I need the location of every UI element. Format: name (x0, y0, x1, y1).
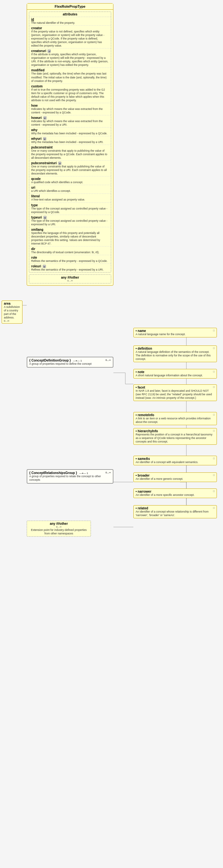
attr-creator-desc: If the property value is not defined, sp… (31, 30, 109, 48)
prop-narrower-label: • narrower □ (136, 490, 215, 493)
concept-definition-group-box: { ConceptDefinitionGroup } —●— 1 0...∞ A… (27, 357, 114, 368)
attr-how: how Indicates by which means the value w… (29, 103, 111, 115)
attr-pubconstrainturi-name: pubconstrainturi U (31, 161, 109, 165)
attr-uri-desc: a URI which identifies a concept. (31, 189, 109, 193)
attr-why-name: why (31, 128, 109, 132)
prop-definition-box: • definition □ A natural language defini… (133, 345, 217, 362)
attr-qcode-desc: A qualified code which identifies a conc… (31, 181, 109, 184)
concept-definition-group-title: { ConceptDefinitionGroup } —●— 1 0...∞ (29, 359, 111, 362)
attr-typeuri: typeuri U The type of the concept assign… (29, 215, 111, 227)
prop-name-box: • name □ A natural language name for the… (133, 328, 217, 337)
attr-whyuri: whyuri U Why the metadata has been inclu… (29, 136, 111, 145)
attr-type-desc: The type of the concept assigned as cont… (31, 207, 109, 214)
concept-relationships-group-title: { ConceptRelationshipsGroup } —●— 1 0...… (29, 471, 111, 475)
attr-modified: modified The date (and, optionally, the … (29, 68, 111, 84)
attr-id-desc: The natural identifier of the property. (31, 21, 109, 25)
attr-qcode: qcode A qualified code which identifies … (29, 177, 111, 185)
attr-custom: custom If set to true the corresponding … (29, 84, 111, 103)
prop-broader-box: • broader □ An identifier of a more gene… (133, 472, 217, 482)
prop-note-desc: A short natural language information abo… (136, 374, 215, 377)
prop-facet-label: • facet □ (136, 385, 215, 389)
any-other-bottom-cardinality: 0...∞ (29, 525, 89, 528)
attr-role: role Refines the semantics of the proper… (29, 255, 111, 264)
attr-literal: literal A free-text value assigned as pr… (29, 194, 111, 203)
prop-sameas-desc: An identifier of a concept with equivale… (136, 461, 215, 464)
prop-related-desc: An identifier of a concept whose relatio… (136, 510, 215, 517)
attr-id: id The natural identifier of the propert… (29, 17, 111, 26)
attr-dir-desc: The directionality of textual content (e… (31, 251, 109, 254)
any-other-bottom-label: any ##other (29, 522, 89, 525)
prop-narrower-desc: An identifier of a more specific ancesto… (136, 493, 215, 497)
attr-howuri: howuri U Indicates by which means the va… (29, 115, 111, 128)
attributes-title: attributes (29, 12, 111, 17)
area-box: area A subdivision of a country part of … (2, 301, 23, 323)
prop-note-label: • note □ (136, 370, 215, 374)
attr-pubconstrainturi: pubconstrainturi U One or many constrain… (29, 161, 111, 177)
diagram-container: FlexRolePropType attributes id The natur… (0, 0, 223, 868)
attr-howuri-desc: Indicates by which means the value was e… (31, 120, 109, 127)
attr-creatoruri-desc: If the attribute is empty, specifies whi… (31, 53, 109, 67)
attr-creatoruri-name: creatoruri U (31, 49, 109, 53)
attr-pubconstraint-desc: One or many constraints that apply to pu… (31, 149, 109, 160)
attr-creator: creator If the property value is not def… (29, 26, 111, 49)
attr-typeuri-desc: The type of the concept assigned as cont… (31, 219, 109, 226)
attr-literal-desc: A free-text value assigned as property v… (31, 198, 109, 202)
prop-name-label: • name □ (136, 329, 215, 333)
prop-facet-box: • facet □ In NAR 1.8 and later, facet is… (133, 384, 217, 401)
prop-name-desc: A natural language name for the concept. (136, 333, 215, 336)
any-other-main-label: any ##other (31, 276, 109, 279)
prop-broader-label: • broader □ (136, 474, 215, 477)
prop-note-box: • note □ A short natural language inform… (133, 369, 217, 378)
prop-hierarchyinfo-box: • hierarchyInfo □ Represents the positio… (133, 428, 217, 445)
concept-relationships-group-box: { ConceptRelationshipsGroup } —●— 1 0...… (27, 469, 114, 484)
attr-pubconstraint-name: pubconstraint (31, 146, 109, 149)
attr-dir-name: dir (31, 247, 109, 251)
uri-icon-how: U (43, 116, 46, 120)
uri-icon-why: U (43, 137, 46, 141)
attr-pubconstrainturi-desc: One or many constraints that apply to pu… (31, 165, 109, 176)
attr-howuri-name: howuri U (31, 116, 109, 120)
any-other-main-box: any ##other 0...∞ (29, 274, 111, 283)
attr-type: type The type of the concept assigned as… (29, 203, 111, 215)
prop-related-box: • related □ An identifier of a concept w… (133, 505, 217, 518)
area-box-desc: A subdivision of a country part of the a… (4, 305, 20, 319)
attr-modified-name: modified (31, 68, 109, 72)
attributes-box: attributes id The natural identifier of … (29, 11, 111, 273)
attr-qcode-name: qcode (31, 177, 109, 181)
attr-xmllang-desc: Specifies the language of this property … (31, 231, 109, 246)
attr-xmllang: xmllang Specifies the language of this p… (29, 227, 111, 247)
attr-pubconstraint: pubconstraint One or many constraints th… (29, 145, 111, 161)
attr-role-desc: Refines the semantics of the property - … (31, 259, 109, 263)
prop-definition-desc: A natural language definition of the sem… (136, 350, 215, 361)
uri-icon: U (47, 50, 51, 53)
prop-related-label: • related □ (136, 506, 215, 510)
attr-type-name: type (31, 204, 109, 207)
prop-definition-label: • definition □ (136, 347, 215, 350)
attr-creator-name: creator (31, 26, 109, 30)
concept-definition-group-desc: A group of properties required to define… (29, 362, 111, 366)
attr-whyuri-name: whyuri U (31, 137, 109, 141)
area-box-name: area (4, 302, 20, 305)
prop-hierarchyinfo-desc: Represents the position of a concept in … (136, 433, 215, 443)
prop-sameas-box: • sameAs □ An identifier of a concept wi… (133, 456, 217, 465)
attr-dir: dir The directionality of textual conten… (29, 247, 111, 255)
attr-custom-name: custom (31, 85, 109, 88)
attr-literal-name: literal (31, 194, 109, 198)
prop-remoteinfo-desc: A link to an item or a web resource whic… (136, 417, 215, 424)
prop-hierarchyinfo-label: • hierarchyInfo □ (136, 429, 215, 433)
attr-modified-desc: The date (and, optionally, the time) whe… (31, 72, 109, 83)
main-box-title: FlexRolePropType (27, 3, 113, 10)
concept-relationships-group-desc: A group of properties required to relate… (29, 475, 111, 482)
attr-uri: uri a URI which identifies a concept. (29, 185, 111, 194)
prop-sameas-label: • sameAs □ (136, 457, 215, 461)
uri-icon-role: U (43, 265, 46, 268)
area-box-cardinality: 0...∞ (4, 319, 20, 322)
attr-why: why Why the metadata has been included -… (29, 128, 111, 136)
any-other-bottom-box: any ##other 0...∞ Extension point for in… (27, 521, 91, 537)
attr-roleuri: roleuri U Refines the semantics of the p… (29, 264, 111, 272)
prop-facet-desc: In NAR 1.8 and later, facet is deprecate… (136, 389, 215, 400)
attr-creatoruri: creatoruri U If the attribute is empty, … (29, 49, 111, 68)
prop-broader-desc: An identifier of a more generic concept. (136, 477, 215, 481)
prop-narrower-box: • narrower □ An identifier of a more spe… (133, 489, 217, 498)
attr-roleuri-name: roleuri U (31, 265, 109, 268)
